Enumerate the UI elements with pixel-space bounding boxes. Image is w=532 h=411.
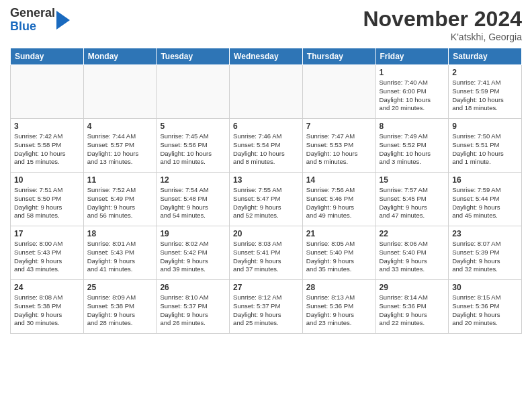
day-info: Sunrise: 7:41 AM Sunset: 5:59 PM Dayligh… — [452, 79, 518, 113]
day-info: Sunrise: 7:54 AM Sunset: 5:48 PM Dayligh… — [160, 186, 226, 220]
day-info: Sunrise: 8:15 AM Sunset: 5:36 PM Dayligh… — [452, 293, 518, 328]
day-number: 22 — [380, 229, 445, 238]
empty-cell — [11, 65, 84, 119]
day-number: 12 — [160, 175, 226, 185]
day-number: 13 — [233, 175, 299, 185]
day-number: 2 — [452, 68, 518, 77]
day-cell-9: 9Sunrise: 7:50 AM Sunset: 5:51 PM Daylig… — [449, 119, 522, 173]
day-cell-3: 3Sunrise: 7:42 AM Sunset: 5:58 PM Daylig… — [11, 119, 84, 173]
day-cell-24: 24Sunrise: 8:08 AM Sunset: 5:38 PM Dayli… — [11, 280, 84, 334]
logo-text: General Blue — [10, 7, 55, 34]
week-row-4: 17Sunrise: 8:00 AM Sunset: 5:43 PM Dayli… — [11, 226, 522, 280]
day-number: 11 — [87, 175, 153, 185]
day-info: Sunrise: 8:05 AM Sunset: 5:40 PM Dayligh… — [306, 240, 372, 274]
day-info: Sunrise: 7:49 AM Sunset: 5:52 PM Dayligh… — [380, 132, 445, 167]
day-info: Sunrise: 8:01 AM Sunset: 5:43 PM Dayligh… — [87, 240, 153, 274]
day-info: Sunrise: 8:03 AM Sunset: 5:41 PM Dayligh… — [233, 240, 299, 274]
day-number: 20 — [233, 229, 299, 238]
day-cell-20: 20Sunrise: 8:03 AM Sunset: 5:41 PM Dayli… — [230, 226, 303, 280]
week-row-2: 3Sunrise: 7:42 AM Sunset: 5:58 PM Daylig… — [11, 119, 522, 173]
week-row-1: 1Sunrise: 7:40 AM Sunset: 6:00 PM Daylig… — [11, 65, 522, 119]
day-number: 24 — [14, 283, 80, 292]
day-info: Sunrise: 7:56 AM Sunset: 5:46 PM Dayligh… — [306, 186, 372, 220]
day-info: Sunrise: 8:10 AM Sunset: 5:37 PM Dayligh… — [160, 293, 226, 328]
day-cell-11: 11Sunrise: 7:52 AM Sunset: 5:49 PM Dayli… — [83, 173, 157, 226]
day-cell-13: 13Sunrise: 7:55 AM Sunset: 5:47 PM Dayli… — [230, 173, 303, 226]
weekday-header-monday: Monday — [83, 48, 157, 65]
weekday-header-friday: Friday — [375, 48, 449, 65]
weekday-header-tuesday: Tuesday — [157, 48, 230, 65]
empty-cell — [230, 65, 303, 119]
empty-cell — [302, 65, 375, 119]
day-info: Sunrise: 7:51 AM Sunset: 5:50 PM Dayligh… — [14, 186, 80, 220]
day-info: Sunrise: 7:52 AM Sunset: 5:49 PM Dayligh… — [87, 186, 153, 220]
calendar-table: SundayMondayTuesdayWednesdayThursdayFrid… — [10, 48, 522, 334]
logo: General Blue — [10, 7, 70, 34]
day-cell-10: 10Sunrise: 7:51 AM Sunset: 5:50 PM Dayli… — [11, 173, 84, 226]
day-info: Sunrise: 8:00 AM Sunset: 5:43 PM Dayligh… — [14, 240, 80, 274]
day-number: 18 — [87, 229, 153, 238]
header: General Blue November 2024 K'atskhi, Geo… — [10, 7, 522, 42]
location: K'atskhi, Georgia — [363, 32, 522, 42]
day-number: 5 — [160, 122, 226, 131]
day-number: 30 — [452, 283, 518, 292]
day-number: 1 — [380, 68, 445, 77]
day-number: 6 — [233, 122, 299, 131]
day-number: 4 — [87, 122, 153, 131]
day-cell-5: 5Sunrise: 7:45 AM Sunset: 5:56 PM Daylig… — [157, 119, 230, 173]
day-cell-15: 15Sunrise: 7:57 AM Sunset: 5:45 PM Dayli… — [375, 173, 449, 226]
day-number: 10 — [14, 175, 80, 185]
day-info: Sunrise: 8:08 AM Sunset: 5:38 PM Dayligh… — [14, 293, 80, 328]
month-title: November 2024 — [363, 7, 522, 32]
day-number: 25 — [87, 283, 153, 292]
day-cell-6: 6Sunrise: 7:46 AM Sunset: 5:54 PM Daylig… — [230, 119, 303, 173]
weekday-header-wednesday: Wednesday — [230, 48, 303, 65]
day-cell-26: 26Sunrise: 8:10 AM Sunset: 5:37 PM Dayli… — [157, 280, 230, 334]
day-cell-18: 18Sunrise: 8:01 AM Sunset: 5:43 PM Dayli… — [83, 226, 157, 280]
title-block: November 2024 K'atskhi, Georgia — [363, 7, 522, 42]
day-number: 19 — [160, 229, 226, 238]
day-info: Sunrise: 7:40 AM Sunset: 6:00 PM Dayligh… — [380, 79, 445, 113]
day-number: 29 — [380, 283, 445, 292]
day-info: Sunrise: 8:13 AM Sunset: 5:36 PM Dayligh… — [306, 293, 372, 328]
day-info: Sunrise: 7:57 AM Sunset: 5:45 PM Dayligh… — [380, 186, 445, 220]
day-info: Sunrise: 7:45 AM Sunset: 5:56 PM Dayligh… — [160, 132, 226, 167]
day-cell-1: 1Sunrise: 7:40 AM Sunset: 6:00 PM Daylig… — [375, 65, 449, 119]
day-info: Sunrise: 8:09 AM Sunset: 5:38 PM Dayligh… — [87, 293, 153, 328]
day-cell-21: 21Sunrise: 8:05 AM Sunset: 5:40 PM Dayli… — [302, 226, 375, 280]
day-cell-19: 19Sunrise: 8:02 AM Sunset: 5:42 PM Dayli… — [157, 226, 230, 280]
logo-blue: Blue — [10, 20, 55, 34]
day-cell-7: 7Sunrise: 7:47 AM Sunset: 5:53 PM Daylig… — [302, 119, 375, 173]
day-info: Sunrise: 8:12 AM Sunset: 5:37 PM Dayligh… — [233, 293, 299, 328]
day-number: 15 — [380, 175, 445, 185]
day-cell-30: 30Sunrise: 8:15 AM Sunset: 5:36 PM Dayli… — [449, 280, 522, 334]
calendar-page: General Blue November 2024 K'atskhi, Geo… — [0, 0, 532, 411]
svg-marker-0 — [56, 11, 70, 30]
day-cell-27: 27Sunrise: 8:12 AM Sunset: 5:37 PM Dayli… — [230, 280, 303, 334]
day-number: 21 — [306, 229, 372, 238]
day-number: 14 — [306, 175, 372, 185]
day-number: 27 — [233, 283, 299, 292]
day-cell-8: 8Sunrise: 7:49 AM Sunset: 5:52 PM Daylig… — [375, 119, 449, 173]
day-number: 16 — [452, 175, 518, 185]
day-cell-23: 23Sunrise: 8:07 AM Sunset: 5:39 PM Dayli… — [449, 226, 522, 280]
day-number: 28 — [306, 283, 372, 292]
weekday-header-sunday: Sunday — [11, 48, 84, 65]
day-number: 17 — [14, 229, 80, 238]
logo-general: General — [10, 7, 55, 20]
day-info: Sunrise: 8:07 AM Sunset: 5:39 PM Dayligh… — [452, 240, 518, 274]
day-cell-28: 28Sunrise: 8:13 AM Sunset: 5:36 PM Dayli… — [302, 280, 375, 334]
day-info: Sunrise: 8:14 AM Sunset: 5:36 PM Dayligh… — [380, 293, 445, 328]
week-row-5: 24Sunrise: 8:08 AM Sunset: 5:38 PM Dayli… — [11, 280, 522, 334]
day-number: 8 — [380, 122, 445, 131]
day-number: 26 — [160, 283, 226, 292]
day-number: 9 — [452, 122, 518, 131]
empty-cell — [83, 65, 157, 119]
day-number: 7 — [306, 122, 372, 131]
day-number: 23 — [452, 229, 518, 238]
day-cell-4: 4Sunrise: 7:44 AM Sunset: 5:57 PM Daylig… — [83, 119, 157, 173]
day-cell-22: 22Sunrise: 8:06 AM Sunset: 5:40 PM Dayli… — [375, 226, 449, 280]
weekday-header-row: SundayMondayTuesdayWednesdayThursdayFrid… — [11, 48, 522, 65]
day-info: Sunrise: 7:44 AM Sunset: 5:57 PM Dayligh… — [87, 132, 153, 167]
day-cell-29: 29Sunrise: 8:14 AM Sunset: 5:36 PM Dayli… — [375, 280, 449, 334]
